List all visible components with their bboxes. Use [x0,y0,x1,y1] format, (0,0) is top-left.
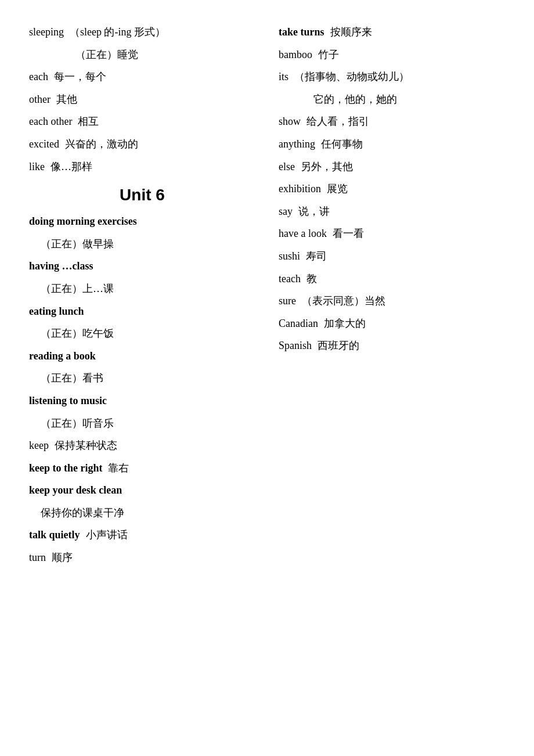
en-sure: sure [279,292,296,310]
zh-exhibition: 展览 [327,180,348,198]
zh-sleeping-sub: （正在）睡觉 [29,46,255,64]
vocab-each-other: each other 相互 [29,113,255,131]
zh-take-turns: 按顺序来 [330,23,372,41]
unit-heading: Unit 6 [29,186,255,204]
vocab-anything: anything 任何事物 [279,135,505,153]
vocab-sure: sure （表示同意）当然 [279,292,505,310]
vocab-keep: keep 保持某种状态 [29,437,255,455]
vocab-each: each 每一，每个 [29,68,255,86]
vocab-its: its （指事物、动物或幼儿） [279,68,505,86]
en-canadian: Canadian [279,315,318,333]
vocab-have-a-look: have a look 看一看 [279,225,505,243]
vocab-canadian: Canadian 加拿大的 [279,315,505,333]
zh-bamboo: 竹子 [318,46,339,64]
en-else: else [279,158,295,176]
zh-sleeping-note: （sleep 的-ing 形式） [70,23,165,41]
zh-listening-music: （正在）听音乐 [29,415,255,433]
en-its: its [279,68,288,86]
en-doing-morning: doing morning exercises [29,213,137,231]
zh-other: 其他 [56,91,77,109]
zh-each: 每一，每个 [54,68,106,86]
right-column: take turns 按顺序来 bamboo 竹子 its （指事物、动物或幼儿… [267,23,505,571]
zh-having-class: （正在）上…课 [29,280,255,298]
vocab-sushi: sushi 寿司 [279,247,505,265]
vocab-spanish: Spanish 西班牙的 [279,337,505,355]
en-talk-quietly: talk quietly [29,526,80,544]
zh-else: 另外，其他 [301,158,353,176]
vocab-like: like 像…那样 [29,158,255,176]
vocab-bamboo: bamboo 竹子 [279,46,505,64]
zh-talk-quietly: 小声讲话 [86,526,128,544]
en-having-class: having …class [29,257,93,275]
zh-have-a-look: 看一看 [333,225,364,243]
vocab-take-turns: take turns 按顺序来 [279,23,505,41]
en-keep-desk-clean: keep your desk clean [29,481,122,499]
vocab-sleeping: sleeping （sleep 的-ing 形式） [29,23,255,41]
vocab-talk-quietly: talk quietly 小声讲话 [29,526,255,544]
zh-doing-morning: （正在）做早操 [29,235,255,253]
en-like: like [29,158,45,176]
zh-teach: 教 [306,270,317,288]
zh-its-note: （指事物、动物或幼儿） [294,68,409,86]
vocab-teach: teach 教 [279,270,505,288]
vocab-exhibition: exhibition 展览 [279,180,505,198]
zh-anything: 任何事物 [321,135,363,153]
vocab-turn: turn 顺序 [29,549,255,567]
en-sleeping: sleeping [29,23,64,41]
en-reading-book: reading a book [29,347,96,365]
en-turn: turn [29,549,46,567]
en-eating-lunch: eating lunch [29,303,84,321]
zh-reading-book: （正在）看书 [29,369,255,387]
left-column: sleeping （sleep 的-ing 形式） （正在）睡觉 each 每一… [29,23,267,571]
zh-its-sub: 它的，他的，她的 [279,91,505,109]
en-keep: keep [29,437,49,455]
en-show: show [279,113,301,131]
vocab-say: say 说，讲 [279,203,505,221]
zh-say: 说，讲 [298,203,330,221]
vocab-doing-morning: doing morning exercises [29,213,255,231]
vocab-eating-lunch: eating lunch [29,303,255,321]
en-bamboo: bamboo [279,46,312,64]
en-keep-right: keep to the right [29,459,102,477]
en-each: each [29,68,48,86]
en-say: say [279,203,293,221]
vocab-keep-right: keep to the right 靠右 [29,459,255,477]
vocab-keep-desk-clean: keep your desk clean [29,481,255,499]
zh-spanish: 西班牙的 [317,337,359,355]
en-spanish: Spanish [279,337,312,355]
zh-canadian: 加拿大的 [324,315,366,333]
vocab-reading-book: reading a book [29,347,255,365]
vocab-listening-music: listening to music [29,392,255,410]
zh-each-other: 相互 [78,113,99,131]
vocab-other: other 其他 [29,91,255,109]
zh-eating-lunch: （正在）吃午饭 [29,325,255,343]
en-have-a-look: have a look [279,225,327,243]
en-teach: teach [279,270,301,288]
zh-excited: 兴奋的，激动的 [65,135,138,153]
en-each-other: each other [29,113,72,131]
zh-like: 像…那样 [50,158,92,176]
zh-keep: 保持某种状态 [55,437,117,455]
zh-sushi: 寿司 [306,247,327,265]
vocab-having-class: having …class [29,257,255,275]
en-sushi: sushi [279,247,300,265]
en-take-turns: take turns [279,23,324,41]
vocab-excited: excited 兴奋的，激动的 [29,135,255,153]
en-anything: anything [279,135,315,153]
zh-keep-right: 靠右 [108,459,129,477]
vocab-else: else 另外，其他 [279,158,505,176]
vocab-show: show 给人看，指引 [279,113,505,131]
en-excited: excited [29,135,59,153]
en-other: other [29,91,50,109]
en-exhibition: exhibition [279,180,321,198]
zh-keep-desk-clean: 保持你的课桌干净 [29,504,255,522]
zh-turn: 顺序 [52,549,73,567]
zh-show: 给人看，指引 [306,113,369,131]
zh-sure: （表示同意）当然 [302,292,385,310]
en-listening-music: listening to music [29,392,107,410]
